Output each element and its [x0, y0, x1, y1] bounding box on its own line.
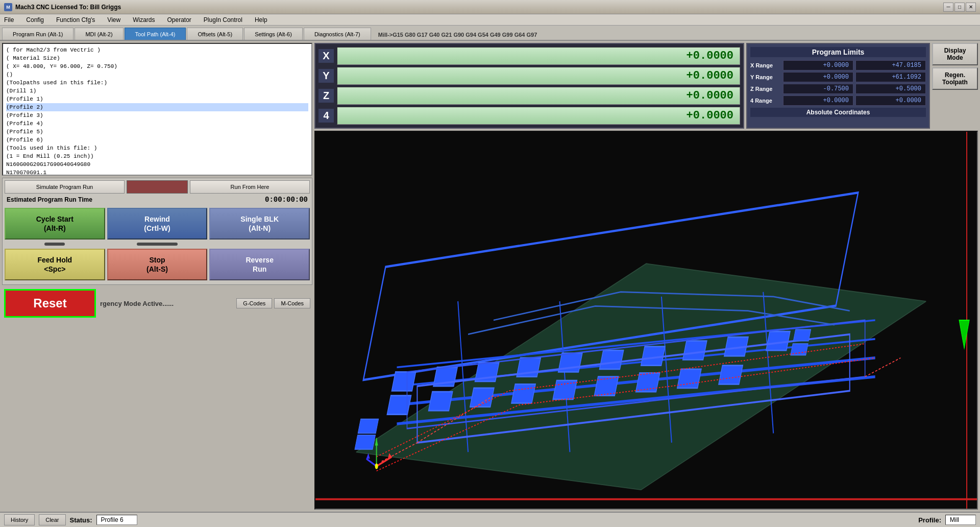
reverse-run-button[interactable]: ReverseRun — [209, 249, 310, 280]
reset-button[interactable]: Reset — [4, 289, 96, 318]
coord-y-row: Y +0.0000 — [318, 67, 740, 85]
coordinates-panel: X +0.0000 Y +0.0000 Z +0.0000 4 +0.0000 — [314, 43, 744, 129]
time-row: Estimated Program Run Time 0:00:00:00 — [5, 196, 310, 204]
coord-4-row: 4 +0.0000 — [318, 107, 740, 125]
bottom-left: Reset rgency Mode Active...... G-Codes M… — [2, 287, 312, 320]
title-bar-left: M Mach3 CNC Licensed To: Bill Griggs — [4, 3, 121, 11]
rewind-button[interactable]: Rewind(Crtl-W) — [107, 208, 208, 239]
limits-z-row: Z Range -0.7500 +0.5000 — [750, 84, 926, 94]
svg-rect-26 — [793, 329, 811, 341]
svg-rect-12 — [683, 341, 707, 360]
left-panel: ( for Mach2/3 from Vectric )( Material S… — [2, 43, 312, 510]
menu-plugin-control[interactable]: PlugIn Control — [202, 15, 244, 25]
limits-z-max: +0.5000 — [855, 84, 926, 94]
coord-z-label: Z — [318, 89, 334, 103]
menu-function-cfgs[interactable]: Function Cfg's — [54, 15, 97, 25]
mcodes-button[interactable]: M-Codes — [274, 298, 310, 308]
svg-rect-5 — [391, 372, 415, 391]
minimize-button[interactable]: ─ — [943, 3, 953, 12]
limits-4-min: +0.0000 — [783, 95, 853, 106]
coord-x-value: +0.0000 — [337, 47, 740, 65]
limits-x-max: +47.0185 — [855, 60, 926, 70]
emergency-text: rgency Mode Active...... — [100, 300, 174, 307]
svg-rect-23 — [719, 366, 743, 385]
menu-file[interactable]: File — [2, 15, 16, 25]
coord-x-row: X +0.0000 — [318, 47, 740, 65]
status-bar: History Clear Status: Profile 6 Profile:… — [0, 512, 980, 527]
limits-x-label: X Range — [750, 62, 781, 68]
profile-label: Profile: — [918, 516, 941, 524]
coords-row: X +0.0000 Y +0.0000 Z +0.0000 4 +0.0000 — [314, 43, 978, 129]
gcodes-mcodes: G-Codes M-Codes — [236, 298, 310, 308]
program-limits-panel: Program Limits X Range +0.0000 +47.0185 … — [746, 43, 930, 129]
coord-4-label: 4 — [318, 109, 334, 123]
limits-4-row: 4 Range +0.0000 +0.0000 — [750, 95, 926, 106]
profile-value: Mill — [945, 515, 976, 525]
svg-rect-17 — [470, 388, 494, 407]
right-side-buttons: DisplayMode Regen.Toolpath — [932, 43, 978, 129]
coord-y-label: Y — [318, 69, 334, 83]
svg-point-31 — [375, 463, 378, 469]
gcodes-button[interactable]: G-Codes — [236, 298, 272, 308]
svg-rect-24 — [358, 419, 378, 434]
feed-hold-button[interactable]: Feed Hold<Spc> — [5, 249, 105, 280]
limits-z-label: Z Range — [750, 86, 781, 92]
limits-y-row: Y Range +0.0000 +61.1092 — [750, 72, 926, 82]
history-button[interactable]: History — [4, 514, 35, 525]
limits-x-row: X Range +0.0000 +47.0185 — [750, 60, 926, 70]
big-buttons-row2: Feed Hold<Spc> Stop(Alt-S) ReverseRun — [5, 249, 310, 280]
estimated-time-label: Estimated Program Run Time — [7, 196, 92, 203]
toolpath-svg — [315, 132, 977, 509]
display-mode-button[interactable]: DisplayMode — [932, 43, 978, 65]
limits-y-max: +61.1092 — [855, 72, 926, 82]
gcode-text[interactable]: ( for Mach2/3 from Vectric )( Material S… — [3, 44, 311, 175]
single-blk-button[interactable]: Single BLK(Alt-N) — [209, 208, 310, 239]
maximize-button[interactable]: □ — [954, 3, 965, 12]
coord-y-value: +0.0000 — [337, 67, 740, 85]
menu-help[interactable]: Help — [253, 15, 270, 25]
limits-rows: X Range +0.0000 +47.0185 Y Range +0.0000… — [750, 60, 926, 106]
coord-4-value: +0.0000 — [337, 107, 740, 125]
svg-rect-14 — [766, 331, 790, 350]
limits-4-max: +0.0000 — [855, 95, 926, 106]
app-icon: M — [4, 3, 12, 11]
gcode-view: ( for Mach2/3 from Vectric )( Material S… — [2, 43, 312, 176]
right-panel: X +0.0000 Y +0.0000 Z +0.0000 4 +0.0000 — [314, 43, 978, 510]
menu-operator[interactable]: Operator — [165, 15, 193, 25]
cycle-start-button[interactable]: Cycle Start(Alt-R) — [5, 208, 105, 239]
tab-status: Mill->G15 G80 G17 G40 G21 G90 G94 G54 G4… — [372, 30, 978, 40]
clear-button[interactable]: Clear — [39, 514, 65, 525]
menu-wizards[interactable]: Wizards — [131, 15, 157, 25]
3d-view[interactable] — [314, 131, 978, 510]
status-label: Status: — [70, 516, 92, 524]
simulate-button[interactable]: Simulate Program Run — [5, 180, 125, 194]
coord-x-label: X — [318, 49, 334, 63]
limits-x-min: +0.0000 — [783, 60, 853, 70]
tab-diagnostics[interactable]: Diagnostics (Alt-7) — [304, 28, 371, 40]
tab-program-run[interactable]: Program Run (Alt-1) — [2, 28, 74, 40]
title-bar-controls[interactable]: ─ □ ✕ — [943, 3, 976, 12]
program-limits-title: Program Limits — [750, 47, 926, 57]
tab-tool-path[interactable]: Tool Path (Alt-4) — [125, 28, 186, 40]
menu-view[interactable]: View — [105, 15, 122, 25]
status-value: Profile 6 — [96, 515, 137, 525]
limits-y-min: +0.0000 — [783, 72, 853, 82]
simulate-row: Simulate Program Run Run From Here — [5, 180, 310, 194]
tab-offsets[interactable]: Offsets (Alt-5) — [187, 28, 243, 40]
run-from-here-button[interactable]: Run From Here — [190, 180, 310, 194]
coord-z-row: Z +0.0000 — [318, 87, 740, 105]
svg-rect-16 — [429, 392, 453, 411]
close-button[interactable]: ✕ — [966, 3, 976, 12]
stop-button[interactable]: Stop(Alt-S) — [107, 249, 208, 280]
svg-rect-15 — [387, 396, 411, 415]
menu-config[interactable]: Config — [24, 15, 46, 25]
svg-rect-18 — [511, 384, 535, 403]
tab-mdi[interactable]: MDI (Alt-2) — [75, 28, 123, 40]
tab-bar: Program Run (Alt-1) MDI (Alt-2) Tool Pat… — [0, 26, 980, 41]
menu-bar: File Config Function Cfg's View Wizards … — [0, 14, 980, 26]
big-buttons-row1: Cycle Start(Alt-R) Rewind(Crtl-W) Single… — [5, 208, 310, 239]
tab-settings[interactable]: Settings (Alt-6) — [244, 28, 303, 40]
regen-toolpath-button[interactable]: Regen.Toolpath — [932, 67, 978, 90]
absolute-coords-label: Absolute Coordinates — [750, 108, 926, 117]
app-title: Mach3 CNC Licensed To: Bill Griggs — [15, 4, 121, 11]
